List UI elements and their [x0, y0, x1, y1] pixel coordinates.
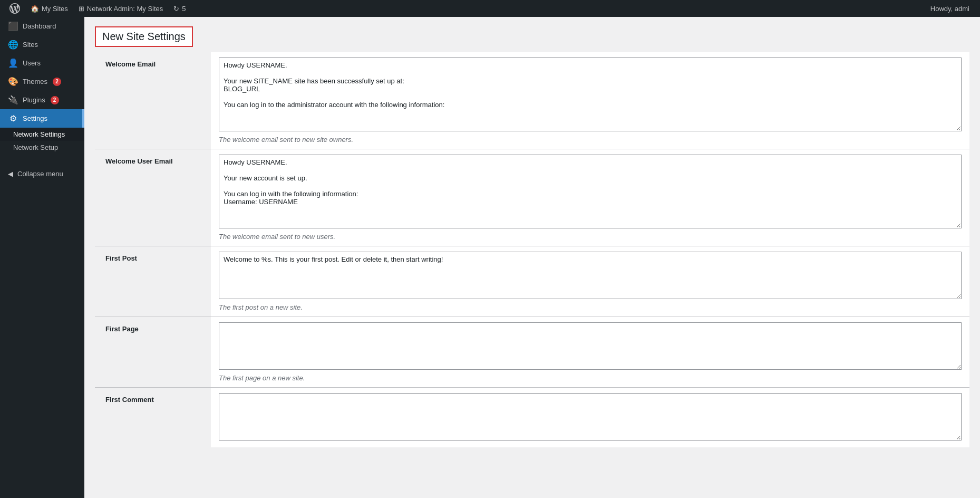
collapse-label: Collapse menu: [17, 170, 63, 178]
page-header: New Site Settings: [84, 17, 980, 52]
settings-row: Welcome EmailThe welcome email sent to n…: [95, 52, 969, 149]
settings-field-welcome_user_email: The welcome email sent to new users.: [211, 149, 969, 246]
field-description-first_post: The first post on a new site.: [219, 303, 962, 311]
sidebar-item-plugins[interactable]: 🔌 Plugins 2: [0, 91, 84, 109]
sidebar-item-users[interactable]: 👤 Users: [0, 54, 84, 72]
updates-count: 5: [182, 5, 186, 13]
sidebar-item-settings[interactable]: ⚙ Settings: [0, 109, 84, 128]
themes-label: Themes: [23, 78, 47, 85]
wordpress-icon: [9, 3, 20, 14]
updates-button[interactable]: ↻ 5: [168, 0, 191, 17]
refresh-icon: ↻: [173, 5, 179, 13]
settings-label-first_page: First Page: [95, 317, 211, 387]
plugins-icon: 🔌: [8, 95, 18, 105]
dashboard-icon: ⬛: [8, 21, 18, 31]
collapse-menu-button[interactable]: ◀ Collapse menu: [0, 165, 84, 183]
home-icon: 🏠: [31, 5, 39, 13]
settings-label-first_comment: First Comment: [95, 388, 211, 447]
users-label: Users: [23, 59, 41, 67]
sidebar: ⬛ Dashboard 🌐 Sites 👤 Users 🎨 Themes 2 🔌…: [0, 17, 84, 498]
textarea-first_post[interactable]: [219, 252, 962, 299]
settings-field-first_post: The first post on a new site.: [211, 246, 969, 317]
settings-label-welcome_email: Welcome Email: [95, 52, 211, 149]
settings-field-welcome_email: The welcome email sent to new site owner…: [211, 52, 969, 149]
top-bar-left: 🏠 My Sites ⊞ Network Admin: My Sites ↻ 5: [4, 0, 191, 17]
themes-icon: 🎨: [8, 76, 18, 87]
settings-icon: ⚙: [8, 113, 18, 123]
app-body: ⬛ Dashboard 🌐 Sites 👤 Users 🎨 Themes 2 🔌…: [0, 17, 980, 498]
my-sites-label: My Sites: [42, 5, 68, 13]
themes-badge: 2: [53, 78, 61, 86]
network-admin-button[interactable]: ⊞ Network Admin: My Sites: [73, 0, 169, 17]
settings-label-welcome_user_email: Welcome User Email: [95, 149, 211, 246]
my-sites-button[interactable]: 🏠 My Sites: [25, 0, 73, 17]
top-bar: 🏠 My Sites ⊞ Network Admin: My Sites ↻ 5…: [0, 0, 980, 17]
wp-logo-button[interactable]: [4, 0, 25, 17]
network-setup-label: Network Setup: [13, 143, 58, 151]
sidebar-item-dashboard[interactable]: ⬛ Dashboard: [0, 17, 84, 35]
field-description-welcome_user_email: The welcome email sent to new users.: [219, 233, 962, 241]
sidebar-item-sites[interactable]: 🌐 Sites: [0, 35, 84, 54]
settings-form: Welcome EmailThe welcome email sent to n…: [95, 52, 969, 447]
network-settings-label: Network Settings: [13, 130, 65, 138]
settings-row: Welcome User EmailThe welcome email sent…: [95, 149, 969, 246]
settings-label: Settings: [23, 114, 47, 122]
users-icon: 👤: [8, 58, 18, 68]
settings-field-first_comment: [211, 388, 969, 447]
sidebar-subitem-network-settings[interactable]: Network Settings: [0, 128, 84, 141]
settings-row: First PostThe first post on a new site.: [95, 246, 969, 317]
howdy-text: Howdy, admi: [924, 5, 976, 13]
settings-field-first_page: The first page on a new site.: [211, 317, 969, 387]
main-content: New Site Settings Welcome EmailThe welco…: [84, 17, 980, 498]
textarea-welcome_user_email[interactable]: [219, 155, 962, 228]
field-description-welcome_email: The welcome email sent to new site owner…: [219, 136, 962, 143]
textarea-welcome_email[interactable]: [219, 58, 962, 131]
collapse-icon: ◀: [8, 170, 13, 178]
page-title: New Site Settings: [102, 31, 186, 43]
sidebar-subitem-network-setup[interactable]: Network Setup: [0, 141, 84, 154]
textarea-first_page[interactable]: [219, 322, 962, 370]
field-description-first_page: The first page on a new site.: [219, 374, 962, 382]
network-admin-label: Network Admin: My Sites: [87, 5, 163, 13]
plugins-label: Plugins: [23, 96, 45, 104]
sites-label: Sites: [23, 41, 38, 49]
network-icon: ⊞: [79, 5, 84, 13]
settings-row: First Comment: [95, 387, 969, 447]
sites-icon: 🌐: [8, 40, 18, 50]
settings-label-first_post: First Post: [95, 246, 211, 317]
settings-row: First PageThe first page on a new site.: [95, 317, 969, 387]
dashboard-label: Dashboard: [23, 22, 56, 30]
plugins-badge: 2: [51, 96, 59, 104]
page-title-box: New Site Settings: [95, 26, 193, 47]
textarea-first_comment[interactable]: [219, 393, 962, 440]
sidebar-item-themes[interactable]: 🎨 Themes 2: [0, 72, 84, 91]
